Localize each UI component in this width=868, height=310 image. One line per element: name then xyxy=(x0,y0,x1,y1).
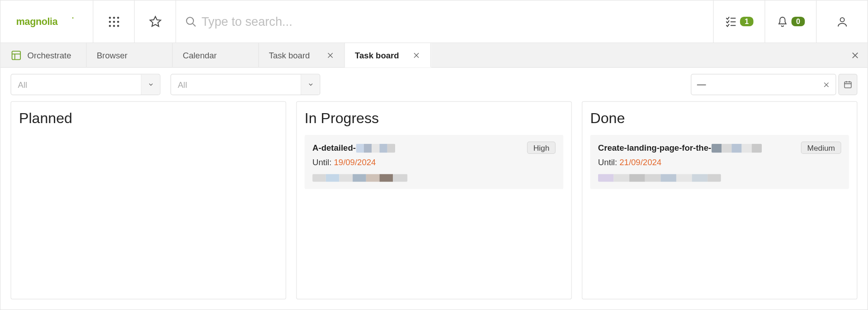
grid-icon xyxy=(108,15,120,28)
tasks-badge: 1 xyxy=(740,17,753,26)
search-area xyxy=(176,0,713,43)
tab-label: Orchestrate xyxy=(28,50,71,60)
date-filter: — xyxy=(691,74,857,95)
app-launcher-button[interactable] xyxy=(93,0,134,43)
tab-bar: Orchestrate Browser Calendar Task board … xyxy=(0,43,868,67)
redacted-text xyxy=(356,144,395,153)
column-done[interactable]: Done Create-landing-page-for-the- Medium… xyxy=(582,101,857,300)
logo[interactable]: magnolia xyxy=(0,0,93,43)
notifications-badge: 0 xyxy=(792,17,805,26)
svg-rect-17 xyxy=(12,51,21,60)
search-icon xyxy=(185,15,197,28)
date-clear-button[interactable] xyxy=(823,81,830,88)
svg-point-3 xyxy=(113,16,115,19)
until-date: 19/09/2024 xyxy=(334,157,376,167)
tabs-close-all-button[interactable] xyxy=(843,43,867,67)
filter-select-1[interactable]: All xyxy=(10,74,160,95)
svg-line-12 xyxy=(193,23,195,26)
svg-point-16 xyxy=(840,18,844,22)
column-planned[interactable]: Planned xyxy=(10,101,286,300)
bell-icon xyxy=(777,15,789,28)
card-deadline: Until: 19/09/2024 xyxy=(312,157,556,167)
date-value: — xyxy=(697,80,823,90)
tab-task-board-2[interactable]: Task board xyxy=(345,43,431,67)
svg-point-11 xyxy=(187,17,193,24)
chevron-down-icon xyxy=(147,81,154,88)
tab-close-button[interactable] xyxy=(326,51,334,59)
tab-calendar[interactable]: Calendar xyxy=(173,43,259,67)
priority-badge: Medium xyxy=(801,142,841,154)
tab-task-board-1[interactable]: Task board xyxy=(259,43,344,67)
svg-text:magnolia: magnolia xyxy=(16,16,58,27)
star-icon xyxy=(148,15,162,29)
card-title-text: Create-landing-page-for-the- xyxy=(598,143,711,152)
redacted-text xyxy=(312,172,556,182)
date-picker-button[interactable] xyxy=(838,74,857,95)
close-icon xyxy=(823,81,830,88)
user-button[interactable] xyxy=(816,0,868,43)
priority-badge: High xyxy=(527,142,556,154)
svg-point-7 xyxy=(117,20,119,23)
svg-point-10 xyxy=(117,24,119,27)
notifications-button[interactable]: 0 xyxy=(764,0,816,43)
checklist-icon xyxy=(725,15,737,28)
svg-point-1 xyxy=(72,17,73,19)
card-title: Create-landing-page-for-the- xyxy=(598,143,762,153)
close-icon xyxy=(326,51,334,59)
svg-point-5 xyxy=(108,20,111,23)
select-toggle[interactable] xyxy=(141,74,160,95)
card-header: Create-landing-page-for-the- Medium xyxy=(598,142,841,154)
column-title: Planned xyxy=(19,110,278,127)
header-right: 1 0 xyxy=(713,0,868,43)
orchestrate-icon xyxy=(10,49,22,61)
until-date: 21/09/2024 xyxy=(619,157,661,167)
card-deadline: Until: 21/09/2024 xyxy=(598,157,841,167)
tab-label: Calendar xyxy=(183,50,217,60)
tab-label: Browser xyxy=(97,50,127,60)
close-icon xyxy=(851,51,860,60)
redacted-text xyxy=(711,144,761,153)
close-icon xyxy=(412,51,420,59)
card-header: A-detailed- High xyxy=(312,142,556,154)
tab-close-button[interactable] xyxy=(412,51,420,59)
column-in-progress[interactable]: In Progress A-detailed- High Until: 19/0… xyxy=(296,101,571,300)
task-card[interactable]: A-detailed- High Until: 19/09/2024 xyxy=(305,135,563,189)
app-root: magnolia xyxy=(0,0,868,310)
svg-point-9 xyxy=(113,24,115,27)
tabs-spacer xyxy=(431,43,843,67)
select-toggle[interactable] xyxy=(301,74,320,95)
select-label: All xyxy=(11,80,141,89)
redacted-text xyxy=(598,172,841,182)
svg-point-4 xyxy=(117,16,119,19)
calendar-icon xyxy=(844,80,853,89)
tab-browser[interactable]: Browser xyxy=(87,43,173,67)
task-board: Planned In Progress A-detailed- High Unt… xyxy=(0,101,868,310)
svg-point-6 xyxy=(113,20,115,23)
chevron-down-icon xyxy=(307,81,314,88)
tab-label: Task board xyxy=(269,50,310,60)
filter-select-2[interactable]: All xyxy=(170,74,320,95)
until-label: Until: xyxy=(312,157,331,167)
magnolia-logo-icon: magnolia xyxy=(16,14,77,29)
search-input[interactable] xyxy=(197,14,704,29)
column-title: In Progress xyxy=(305,110,563,127)
tab-label: Task board xyxy=(355,50,399,60)
svg-rect-28 xyxy=(844,82,851,88)
svg-point-8 xyxy=(108,24,111,27)
date-range-input[interactable]: — xyxy=(691,74,836,95)
task-card[interactable]: Create-landing-page-for-the- Medium Unti… xyxy=(590,135,849,189)
filter-bar: All All — xyxy=(0,68,868,101)
column-title: Done xyxy=(590,110,849,127)
svg-point-2 xyxy=(108,16,111,19)
until-label: Until: xyxy=(598,157,617,167)
select-label: All xyxy=(171,80,301,89)
tab-app-orchestrate[interactable]: Orchestrate xyxy=(0,43,86,67)
app-header: magnolia xyxy=(0,0,868,43)
card-title-text: A-detailed- xyxy=(312,143,356,152)
favorites-button[interactable] xyxy=(135,0,176,43)
tasks-button[interactable]: 1 xyxy=(713,0,765,43)
user-icon xyxy=(836,15,848,28)
card-title: A-detailed- xyxy=(312,143,395,153)
